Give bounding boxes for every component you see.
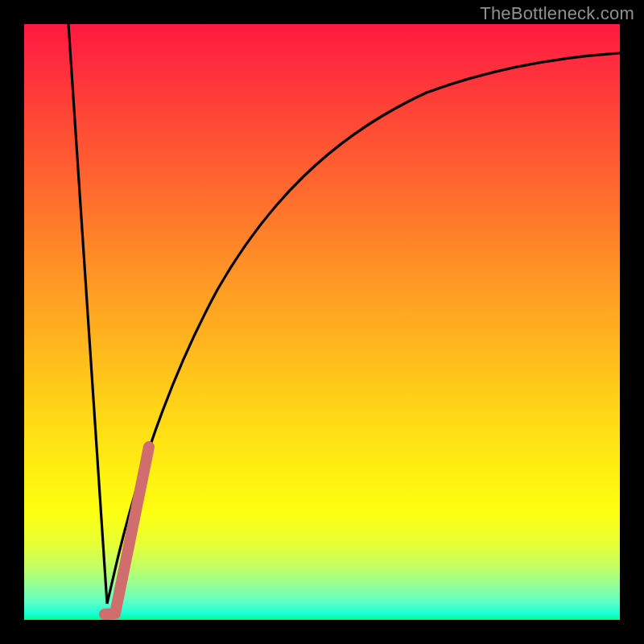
plot-area	[24, 24, 620, 620]
watermark-text: TheBottleneck.com	[480, 3, 634, 24]
curve-layer	[24, 24, 620, 620]
bottleneck-curve	[68, 24, 620, 604]
chart-frame: TheBottleneck.com	[0, 0, 644, 644]
